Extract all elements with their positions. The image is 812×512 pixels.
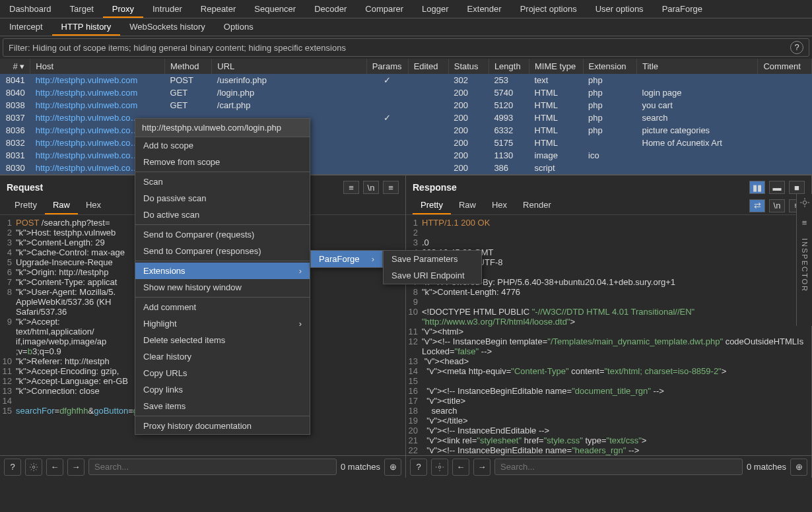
table-row[interactable]: 8030http://testphp.vulnweb.co…200386scri… (0, 162, 812, 174)
ctx-proxy-history-documentation[interactable]: Proxy history documentation (135, 418, 310, 434)
col-header[interactable]: Comment (758, 59, 812, 74)
help-icon[interactable]: ? (410, 459, 427, 476)
table-row[interactable]: 8031http://testphp.vulnweb.co…2001130ima… (0, 149, 812, 162)
col-header[interactable]: MIME type (529, 59, 584, 74)
svg-point-2 (803, 201, 806, 204)
top-tab-proxy[interactable]: Proxy (103, 0, 143, 18)
table-row[interactable]: 8041http://testphp.vulnweb.comPOST/useri… (0, 74, 812, 86)
sub-tab-websockets-history[interactable]: WebSockets history (120, 18, 215, 36)
ctx-scan[interactable]: Scan (135, 174, 310, 190)
inspector-label: INSPECTOR (801, 238, 809, 292)
table-row[interactable]: 8040http://testphp.vulnweb.comGET/login.… (0, 86, 812, 99)
paraforge-submenu[interactable]: Save ParametersSave URI Endpoint (383, 250, 482, 284)
col-header[interactable]: Extension (583, 59, 637, 74)
ctx-copy-urls[interactable]: Copy URLs (135, 365, 310, 381)
ctx-send-to-comparer-responses-[interactable]: Send to Comparer (responses) (135, 243, 310, 259)
ctx-do-passive-scan[interactable]: Do passive scan (135, 190, 310, 207)
help-icon[interactable]: ? (790, 41, 803, 54)
prev-icon[interactable]: ← (46, 459, 63, 476)
ctx-save-items[interactable]: Save items (135, 398, 310, 414)
col-header[interactable]: # ▾ (0, 59, 30, 74)
newline-icon[interactable]: \n (769, 199, 785, 212)
hamburger-icon[interactable]: ≡ (802, 218, 807, 228)
ctx-send-to-comparer-requests-[interactable]: Send to Comparer (requests) (135, 226, 310, 243)
ctx-do-active-scan[interactable]: Do active scan (135, 207, 310, 223)
ctx-extensions[interactable]: Extensions› (135, 263, 310, 279)
sub-tab-http-history[interactable]: HTTP history (52, 18, 121, 36)
view-tab-hex[interactable]: Hex (484, 197, 515, 214)
layout-horiz-icon[interactable]: ▬ (769, 181, 785, 194)
ctx-delete-selected-items[interactable]: Delete selected items (135, 332, 310, 348)
gear-icon[interactable] (25, 459, 42, 476)
response-search[interactable] (494, 459, 743, 475)
ctx-pf-save-uri-endpoint[interactable]: Save URI Endpoint (384, 267, 481, 284)
ctx-add-to-scope[interactable]: Add to scope (135, 137, 310, 154)
request-matches: 0 matches (341, 462, 380, 472)
col-header[interactable]: URL (212, 59, 366, 74)
svg-point-0 (32, 466, 35, 468)
top-tab-comparer[interactable]: Comparer (356, 0, 413, 18)
ctx-clear-history[interactable]: Clear history (135, 348, 310, 365)
ctx-add-comment[interactable]: Add comment (135, 299, 310, 315)
col-header[interactable]: Method (165, 59, 212, 74)
ctx-remove-from-scope[interactable]: Remove from scope (135, 154, 310, 170)
svg-point-1 (438, 466, 441, 468)
view-tab-raw[interactable]: Raw (45, 197, 78, 214)
layout-single-icon[interactable]: ■ (789, 181, 805, 194)
view-tab-hex[interactable]: Hex (78, 197, 109, 214)
ctx-copy-links[interactable]: Copy links (135, 381, 310, 398)
top-tab-extender[interactable]: Extender (458, 0, 511, 18)
next-icon[interactable]: → (473, 459, 491, 476)
extensions-submenu[interactable]: ParaForge› (310, 250, 383, 268)
gear-icon[interactable] (431, 459, 448, 476)
top-tab-repeater[interactable]: Repeater (191, 0, 245, 18)
layout-both-icon[interactable]: ▮▮ (749, 181, 765, 194)
format-icon[interactable]: ⇄ (749, 199, 765, 212)
top-tab-decoder[interactable]: Decoder (305, 0, 356, 18)
table-row[interactable]: 8036http://testphp.vulnweb.co…2006332HTM… (0, 124, 812, 137)
filter-bar[interactable]: Filter: Hiding out of scope items; hidin… (3, 38, 809, 57)
next-icon[interactable]: → (67, 459, 85, 476)
view-tab-raw[interactable]: Raw (451, 197, 484, 214)
table-row[interactable]: 8032http://testphp.vulnweb.co…2005175HTM… (0, 137, 812, 149)
gear-icon[interactable] (800, 198, 809, 207)
top-tab-project-options[interactable]: Project options (511, 0, 586, 18)
col-header[interactable]: Length (489, 59, 529, 74)
ctx-pf-save-parameters[interactable]: Save Parameters (384, 251, 481, 267)
sub-tab-intercept[interactable]: Intercept (0, 18, 52, 36)
response-pane: Response ▮▮ ▬ ■ PrettyRawHexRender ⇄ \n … (406, 176, 812, 478)
ctx-ext-paraforge[interactable]: ParaForge› (311, 251, 382, 267)
newline-icon[interactable]: \n (363, 181, 379, 194)
top-tab-logger[interactable]: Logger (413, 0, 457, 18)
history-table: # ▾HostMethodURLParamsEditedStatusLength… (0, 59, 812, 174)
view-tab-pretty[interactable]: Pretty (7, 197, 45, 214)
help-icon[interactable]: ? (4, 459, 21, 476)
top-tab-paraforge[interactable]: ParaForge (653, 0, 712, 18)
top-tab-target[interactable]: Target (61, 0, 103, 18)
ctx-highlight[interactable]: Highlight› (135, 315, 310, 332)
view-tab-render[interactable]: Render (515, 197, 559, 214)
prev-icon[interactable]: ← (452, 459, 469, 476)
request-search[interactable] (88, 459, 337, 475)
table-row[interactable]: 8037http://testphp.vulnweb.co…✓2004993HT… (0, 112, 812, 124)
col-header[interactable]: Host (30, 59, 165, 74)
col-header[interactable]: Params (366, 59, 408, 74)
ctx-show-new-history-window[interactable]: Show new history window (135, 279, 310, 296)
sub-tab-options[interactable]: Options (215, 18, 263, 36)
settings-icon[interactable]: ⊕ (384, 459, 401, 476)
table-row[interactable]: 8038http://testphp.vulnweb.comGET/cart.p… (0, 99, 812, 112)
top-tab-dashboard[interactable]: Dashboard (0, 0, 61, 18)
top-tab-user-options[interactable]: User options (586, 0, 653, 18)
view-tab-pretty[interactable]: Pretty (413, 197, 451, 214)
inspector-sidebar[interactable]: ≡ INSPECTOR (796, 194, 812, 326)
top-tab-sequencer[interactable]: Sequencer (245, 0, 305, 18)
col-header[interactable]: Title (637, 59, 758, 74)
context-menu[interactable]: http://testphp.vulnweb.com/login.phpAdd … (135, 118, 310, 435)
filter-text: Filter: Hiding out of scope items; hidin… (9, 43, 346, 53)
col-header[interactable]: Edited (408, 59, 448, 74)
top-tab-intruder[interactable]: Intruder (143, 0, 191, 18)
equals-icon[interactable]: ≡ (343, 181, 359, 194)
col-header[interactable]: Status (448, 59, 489, 74)
menu-icon[interactable]: ≡ (383, 181, 399, 194)
settings-icon[interactable]: ⊕ (790, 459, 807, 476)
